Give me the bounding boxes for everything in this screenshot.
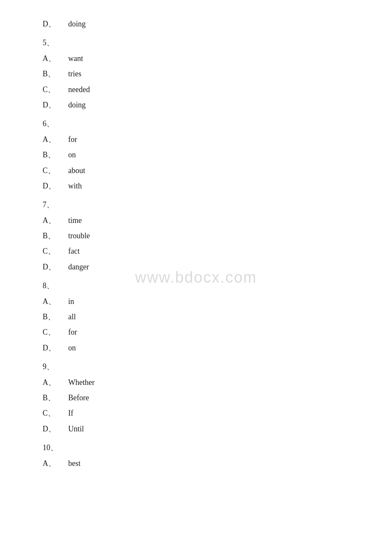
answer-option: D、with	[43, 179, 349, 193]
answer-option: D、on	[43, 341, 349, 355]
number-label: 5、	[43, 36, 68, 49]
option-text: needed	[68, 83, 90, 96]
option-text: on	[68, 341, 76, 355]
question-number: 7、	[43, 198, 349, 211]
option-label: A、	[43, 214, 68, 227]
option-text: in	[68, 295, 74, 308]
option-text: time	[68, 214, 82, 227]
option-label: D、	[43, 179, 68, 193]
option-text: about	[68, 164, 85, 177]
option-label: D、	[43, 422, 68, 436]
answer-option: B、Before	[43, 391, 349, 405]
option-text: Whether	[68, 376, 95, 389]
option-label: D、	[43, 17, 68, 31]
answer-option: A、for	[43, 133, 349, 146]
question-number: 5、	[43, 36, 349, 49]
option-label: C、	[43, 83, 68, 96]
option-label: B、	[43, 229, 68, 243]
option-text: with	[68, 179, 82, 193]
option-text: for	[68, 133, 77, 146]
answer-option: C、If	[43, 406, 349, 420]
option-text: trouble	[68, 229, 90, 243]
option-label: D、	[43, 260, 68, 274]
question-number: 6、	[43, 117, 349, 130]
answer-option: C、for	[43, 325, 349, 339]
answer-option: B、tries	[43, 67, 349, 81]
number-label: 7、	[43, 198, 68, 211]
answer-option: D、danger	[43, 260, 349, 274]
option-label: D、	[43, 98, 68, 112]
answer-option: A、best	[43, 457, 349, 470]
option-label: C、	[43, 325, 68, 339]
answer-option: D、Until	[43, 422, 349, 436]
number-label: 10、	[43, 441, 68, 454]
number-label: 9、	[43, 360, 68, 373]
option-label: A、	[43, 457, 68, 470]
option-text: If	[68, 406, 73, 420]
option-label: A、	[43, 52, 68, 65]
answer-option: A、want	[43, 52, 349, 65]
answer-option: B、all	[43, 310, 349, 324]
page-content: D、doing5、A、wantB、triesC、neededD、doing6、A…	[0, 0, 392, 489]
answer-option: C、about	[43, 164, 349, 177]
option-label: A、	[43, 376, 68, 389]
answer-option: A、time	[43, 214, 349, 227]
answer-option: A、Whether	[43, 376, 349, 389]
option-text: for	[68, 325, 77, 339]
question-number: 9、	[43, 360, 349, 373]
option-text: best	[68, 457, 81, 470]
answer-option: B、on	[43, 148, 349, 162]
option-text: danger	[68, 260, 89, 274]
question-number: 8、	[43, 279, 349, 292]
number-label: 6、	[43, 117, 68, 130]
question-number: 10、	[43, 441, 349, 454]
option-text: fact	[68, 244, 80, 258]
option-label: B、	[43, 67, 68, 81]
option-label: B、	[43, 148, 68, 162]
option-label: C、	[43, 164, 68, 177]
option-text: on	[68, 148, 76, 162]
option-label: A、	[43, 295, 68, 308]
option-label: B、	[43, 391, 68, 405]
option-text: want	[68, 52, 83, 65]
number-label: 8、	[43, 279, 68, 292]
option-label: C、	[43, 244, 68, 258]
option-text: tries	[68, 67, 81, 81]
answer-option: A、in	[43, 295, 349, 308]
answer-option: D、doing	[43, 98, 349, 112]
option-text: all	[68, 310, 76, 324]
answer-option: C、fact	[43, 244, 349, 258]
answer-option: D、doing	[43, 17, 349, 31]
option-text: Until	[68, 422, 84, 436]
answer-option: B、trouble	[43, 229, 349, 243]
option-label: A、	[43, 133, 68, 146]
option-label: D、	[43, 341, 68, 355]
option-label: C、	[43, 406, 68, 420]
answer-option: C、needed	[43, 83, 349, 96]
option-text: doing	[68, 98, 86, 112]
option-text: Before	[68, 391, 89, 405]
option-label: B、	[43, 310, 68, 324]
option-text: doing	[68, 17, 86, 31]
